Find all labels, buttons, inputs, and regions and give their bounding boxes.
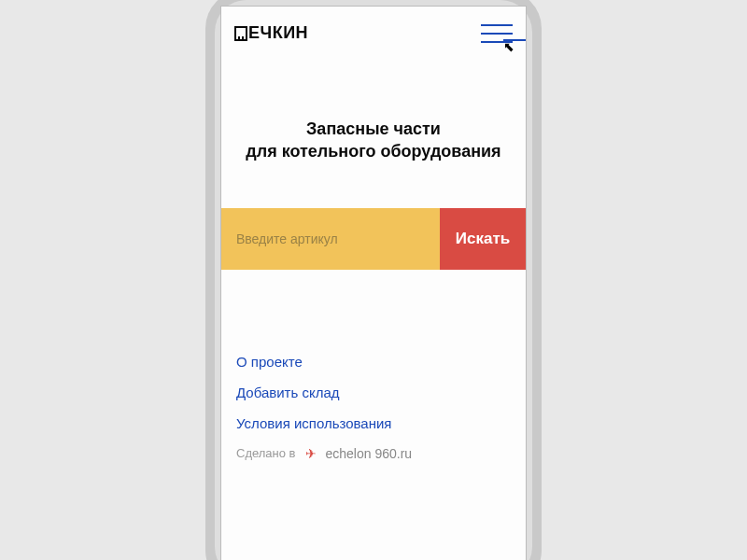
made-in-brand[interactable]: echelon 960.ru xyxy=(326,446,413,461)
plane-icon: ✈ xyxy=(305,446,317,461)
app-screen: ЕЧКИН ⬉ Запасные части для котельного об… xyxy=(220,6,527,560)
phone-frame: ЕЧКИН ⬉ Запасные части для котельного об… xyxy=(205,0,542,560)
logo[interactable]: ЕЧКИН xyxy=(234,23,308,43)
footer: О проекте Добавить склад Условия использ… xyxy=(221,270,526,461)
hero: Запасные части для котельного оборудован… xyxy=(221,50,526,208)
logo-text: ЕЧКИН xyxy=(248,23,308,43)
phone-inner: ЕЧКИН ⬉ Запасные части для котельного об… xyxy=(215,0,532,560)
made-in: Сделано в ✈ echelon 960.ru xyxy=(236,446,511,461)
footer-link-about[interactable]: О проекте xyxy=(236,354,511,370)
search-bar: Искать xyxy=(221,208,526,270)
hero-line-2: для котельного оборудования xyxy=(234,140,513,162)
search-input[interactable] xyxy=(221,208,440,270)
footer-link-terms[interactable]: Условия использования xyxy=(236,415,511,431)
footer-link-add-warehouse[interactable]: Добавить склад xyxy=(236,385,511,400)
hero-line-1: Запасные части xyxy=(234,118,513,140)
menu-button[interactable]: ⬉ xyxy=(481,24,513,43)
search-button[interactable]: Искать xyxy=(440,208,526,270)
made-in-label: Сделано в xyxy=(236,446,296,460)
logo-icon xyxy=(234,26,247,41)
header: ЕЧКИН ⬉ xyxy=(221,7,526,50)
